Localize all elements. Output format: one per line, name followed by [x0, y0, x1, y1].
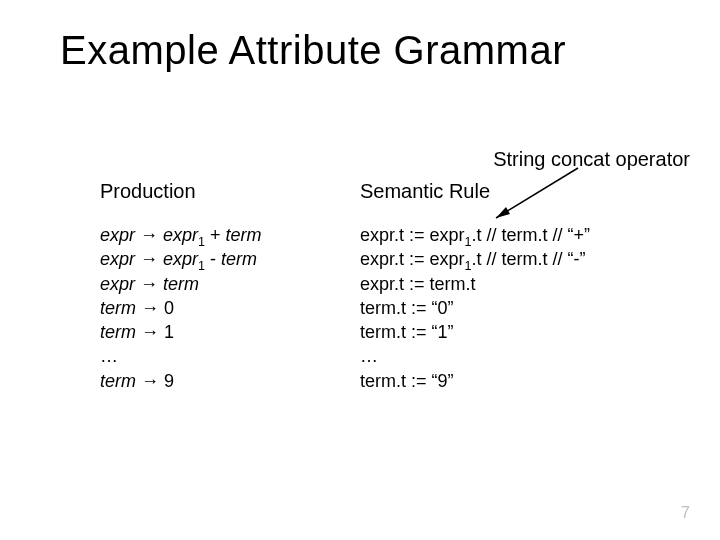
- prod-rhs-a: expr: [163, 249, 198, 269]
- prod-lhs: expr: [100, 225, 135, 245]
- prod-lhs: …: [100, 346, 118, 366]
- production-row: term → 0: [100, 296, 350, 320]
- prod-arrow: →: [136, 298, 164, 318]
- rule-pre: expr.t := term.t: [360, 274, 476, 294]
- production-row: expr → term: [100, 272, 350, 296]
- slide-title: Example Attribute Grammar: [60, 28, 680, 73]
- rule-sub: 1: [465, 259, 472, 273]
- prod-arrow: →: [135, 225, 163, 245]
- prod-arrow: →: [136, 322, 164, 342]
- prod-rhs-a: expr: [163, 225, 198, 245]
- prod-rhs-b: term: [221, 249, 257, 269]
- production-row: expr → expr1 - term: [100, 247, 350, 271]
- annotation-label: String concat operator: [493, 148, 690, 171]
- production-header: Production: [100, 180, 350, 203]
- page-number: 7: [681, 504, 690, 522]
- prod-lhs: expr: [100, 249, 135, 269]
- prod-rhs-a: term: [163, 274, 199, 294]
- prod-rhs-a: 9: [164, 371, 174, 391]
- semantic-rule-header: Semantic Rule: [360, 180, 660, 203]
- production-row: expr → expr1 + term: [100, 223, 350, 247]
- production-row: term → 1: [100, 320, 350, 344]
- prod-lhs: expr: [100, 274, 135, 294]
- prod-arrow: →: [136, 371, 164, 391]
- slide: Example Attribute Grammar String concat …: [0, 0, 720, 540]
- prod-mid: +: [205, 225, 226, 245]
- prod-rhs-a: 1: [164, 322, 174, 342]
- prod-arrow: →: [135, 274, 163, 294]
- semantic-rule-row: expr.t := expr1.t // term.t // “-”: [360, 247, 660, 271]
- production-row: term → 9: [100, 369, 350, 393]
- prod-arrow: →: [135, 249, 163, 269]
- rule-post: .t // term.t // “-”: [472, 249, 586, 269]
- rule-pre: expr.t := expr: [360, 225, 465, 245]
- semantic-rule-row: term.t := “9”: [360, 369, 660, 393]
- semantic-rule-row: …: [360, 344, 660, 368]
- rule-pre: …: [360, 346, 378, 366]
- prod-mid: -: [205, 249, 221, 269]
- production-row: …: [100, 344, 350, 368]
- prod-rhs-b: term: [226, 225, 262, 245]
- rule-pre: expr.t := expr: [360, 249, 465, 269]
- prod-lhs: term: [100, 322, 136, 342]
- prod-sub: 1: [198, 259, 205, 273]
- content-columns: Production expr → expr1 + term expr → ex…: [100, 180, 660, 393]
- semantic-rule-column: Semantic Rule expr.t := expr1.t // term.…: [360, 180, 660, 393]
- semantic-rule-row: expr.t := expr1.t // term.t // “+”: [360, 223, 660, 247]
- semantic-rule-row: term.t := “0”: [360, 296, 660, 320]
- prod-rhs-a: 0: [164, 298, 174, 318]
- semantic-rule-row: term.t := “1”: [360, 320, 660, 344]
- rule-pre: term.t := “0”: [360, 298, 454, 318]
- production-column: Production expr → expr1 + term expr → ex…: [100, 180, 350, 393]
- semantic-rule-row: expr.t := term.t: [360, 272, 660, 296]
- prod-lhs: term: [100, 371, 136, 391]
- rule-pre: term.t := “9”: [360, 371, 454, 391]
- prod-lhs: term: [100, 298, 136, 318]
- rule-post: .t // term.t // “+”: [472, 225, 591, 245]
- rule-pre: term.t := “1”: [360, 322, 454, 342]
